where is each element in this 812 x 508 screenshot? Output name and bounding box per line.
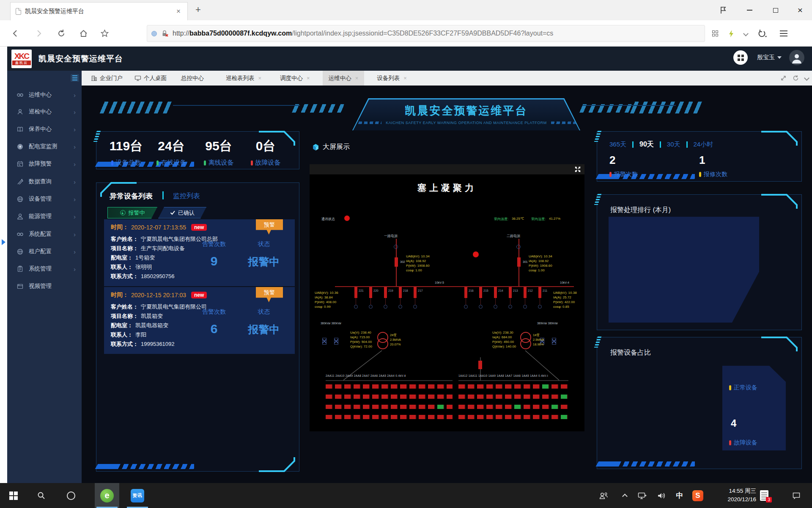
new-tab-button[interactable]: + <box>195 4 201 15</box>
url-field[interactable]: http://babba75d0000087f.kcdqyw.com/light… <box>147 25 705 42</box>
field-label: 联系人： <box>111 331 133 338</box>
minimize-button[interactable] <box>741 0 758 20</box>
undo-icon[interactable] <box>756 27 769 40</box>
sidebar-item-ops-center[interactable]: 运维中心› <box>7 86 82 103</box>
globe-icon <box>16 248 24 255</box>
warning-ribbon: 预警 <box>256 287 283 302</box>
building-icon <box>91 75 97 81</box>
avatar[interactable] <box>789 50 804 65</box>
sidebar-item-label: 保养中心 <box>29 125 52 133</box>
user-name[interactable]: 殷宝玉 <box>757 54 775 61</box>
taskbar-clock[interactable]: 14:55 周三 2020/12/16 <box>710 487 756 504</box>
warning-ribbon: 预警 <box>256 219 283 235</box>
tab-close-icon[interactable]: × <box>403 75 407 81</box>
sidebar: 运维中心› 巡检中心› 保养中心› 配电室监测› 故障预警› 数据查询› 设备管… <box>7 86 82 483</box>
sidebar-collapse-icon[interactable] <box>71 74 79 82</box>
sidebar-item-data-query[interactable]: 数据查询› <box>7 173 82 190</box>
banner-dash-decoration <box>353 121 381 124</box>
tab-close-icon[interactable]: × <box>307 75 310 81</box>
tab-30-days[interactable]: 30天 <box>667 141 680 149</box>
panel-expand-arrow[interactable] <box>2 239 5 245</box>
start-button[interactable] <box>6 483 21 508</box>
volume-icon[interactable] <box>655 483 669 508</box>
browser-taskbar-icon[interactable]: e <box>95 483 119 508</box>
tab-dispatch-center[interactable]: 调度中心× <box>274 71 316 86</box>
sidebar-item-system-config[interactable]: 系统配置› <box>7 226 82 243</box>
tab-24-hours[interactable]: 24小时 <box>694 141 713 149</box>
network-icon[interactable] <box>635 483 650 508</box>
alarm-card[interactable]: 预警 时间：2020-12-15 20:17:03new 客户姓名：宁夏凯晨电气… <box>104 287 295 354</box>
sidebar-item-tenant-config[interactable]: 租户配置› <box>7 243 82 260</box>
legend-normal: 正常设备 <box>729 384 757 392</box>
tab-90-days[interactable]: 90天 <box>639 140 654 149</box>
sidebar-item-device-management[interactable]: 设备管理› <box>7 190 82 207</box>
sidebar-item-label: 设备管理 <box>29 195 52 203</box>
maximize-button[interactable] <box>767 0 784 20</box>
tab-confirmed[interactable]: 已确认 <box>158 207 206 218</box>
alarm-card[interactable]: 预警 时间：2020-12-07 17:13:55new 客户姓名：宁夏凯晨电气… <box>104 219 295 286</box>
reader-grid-icon[interactable] <box>709 27 721 40</box>
tab-ops-center[interactable]: 运维中心× <box>323 71 365 86</box>
url-text[interactable]: http://babba75d0000087f.kcdqyw.com/light… <box>173 30 553 37</box>
app-logo: XKC 鑫凯宸 <box>11 50 32 68</box>
sidebar-item-maintenance-center[interactable]: 保养中心› <box>7 121 82 138</box>
close-button[interactable]: × <box>792 0 809 20</box>
tab-separator <box>686 141 688 148</box>
monitor-list-link[interactable]: 监控列表 <box>173 192 200 201</box>
show-hidden-icons-chevron[interactable] <box>618 483 631 508</box>
tab-alarming[interactable]: 报警中 <box>107 207 157 218</box>
field-value: 生产车间配电设备 <box>141 245 185 251</box>
page-icon <box>16 8 21 15</box>
bookmark-star-icon[interactable] <box>98 27 111 40</box>
lightning-icon[interactable] <box>725 27 738 40</box>
people-icon[interactable] <box>596 483 611 508</box>
logo-subtext: 鑫凯宸 <box>12 61 31 65</box>
tab-close-icon[interactable]: × <box>355 75 359 81</box>
tab-close-icon[interactable]: × <box>258 75 262 81</box>
sidebar-item-video-management[interactable]: 视频管理 <box>7 278 82 295</box>
action-center-icon[interactable] <box>789 483 804 508</box>
chevron-down-icon[interactable] <box>739 27 752 40</box>
cortana-icon[interactable] <box>63 483 79 508</box>
tab-inspection-list[interactable]: 巡检表列表× <box>220 71 267 86</box>
sidebar-item-fault-warning[interactable]: 故障预警› <box>7 155 82 172</box>
fullscreen-icon[interactable] <box>574 166 581 173</box>
tab-master-control[interactable]: 总控中心 <box>175 71 210 86</box>
refresh-icon[interactable] <box>793 75 799 81</box>
forward-icon[interactable] <box>32 27 45 40</box>
sidebar-item-label: 故障预警 <box>29 160 52 168</box>
sogou-icon[interactable]: S <box>690 483 705 508</box>
tab-device-list[interactable]: 设备列表× <box>371 71 413 86</box>
tab-close-icon[interactable]: × <box>175 7 182 16</box>
user-caret-icon[interactable] <box>777 56 782 59</box>
tab-personal-desktop[interactable]: 个人桌面 <box>129 71 173 86</box>
sidebar-top-strip <box>7 71 82 86</box>
menu-icon[interactable] <box>777 27 790 40</box>
insecure-lock-icon[interactable] <box>161 30 168 37</box>
sidebar-item-energy-management[interactable]: 能源管理› <box>7 208 82 225</box>
sidebar-item-power-room-monitor[interactable]: 配电室监测› <box>7 138 82 155</box>
browser-flag-icon[interactable] <box>715 0 732 20</box>
refresh-icon[interactable] <box>55 27 68 40</box>
chevron-right-icon: › <box>74 265 76 273</box>
ime-indicator[interactable]: 中 <box>673 483 686 508</box>
chevron-down-icon[interactable] <box>804 75 809 81</box>
tab-separator <box>660 141 661 148</box>
tab-label: 调度中心 <box>280 75 303 82</box>
sidebar-item-system-management[interactable]: 系统管理› <box>7 260 82 277</box>
expand-icon[interactable] <box>780 75 787 81</box>
news-app-icon[interactable]: 资讯 <box>125 483 150 508</box>
desktop-icon <box>134 75 141 81</box>
tab-enterprise-portal[interactable]: 企业门户 <box>85 71 129 86</box>
document-notification-icon[interactable]: 3 <box>757 483 771 508</box>
blue-dot-icon <box>111 160 113 166</box>
sidebar-item-inspection-center[interactable]: 巡检中心› <box>7 103 82 120</box>
back-icon[interactable] <box>9 27 22 40</box>
legend-label: 故障设备 <box>734 439 757 447</box>
browser-tab[interactable]: 凯晨安全预警运维平台 × <box>10 2 188 20</box>
home-icon[interactable] <box>77 27 90 40</box>
apps-grid-button[interactable] <box>733 50 748 65</box>
field-label: 项目名称： <box>111 313 138 319</box>
tab-365-days[interactable]: 365天 <box>609 141 626 149</box>
search-icon[interactable] <box>34 483 49 508</box>
